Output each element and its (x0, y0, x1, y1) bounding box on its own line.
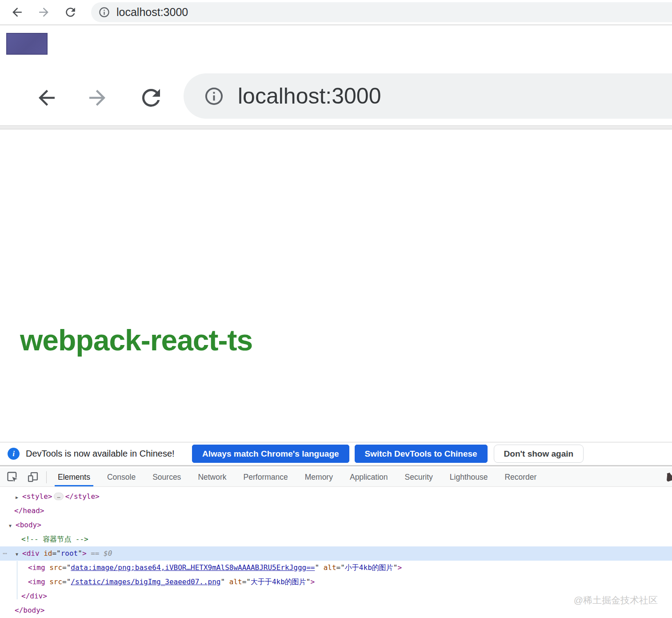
code-token: <img (28, 578, 45, 586)
inspect-element-icon[interactable] (5, 470, 20, 484)
tab-application[interactable]: Application (341, 468, 396, 486)
code-token: == (87, 549, 104, 558)
url-text: localhost:3000 (116, 6, 188, 19)
code-token (45, 563, 50, 572)
expand-toggle-icon[interactable]: ▼ (16, 547, 22, 562)
dom-tree-row[interactable]: <!-- 容器节点 --> (0, 532, 672, 546)
browser-window: localhost:3000 localhost:3000 webpack-re (0, 0, 672, 618)
tab-memory[interactable]: Memory (296, 468, 341, 486)
code-token: alt (324, 563, 336, 572)
dom-tree-row[interactable]: </head> (0, 504, 672, 518)
tab-elements[interactable]: Elements (49, 468, 99, 486)
tab-sources[interactable]: Sources (144, 468, 189, 486)
code-token: </style> (65, 492, 100, 501)
code-token: <body> (16, 521, 41, 529)
devtools-infobar: i DevTools is now available in Chinese! … (0, 442, 672, 466)
code-token (45, 578, 50, 586)
code-token: > (397, 563, 402, 572)
infobar-message: DevTools is now available in Chinese! (26, 449, 187, 459)
screenshot-toolbar: localhost:3000 (0, 70, 672, 129)
arrow-forward-icon (37, 5, 51, 19)
arrow-back-icon (10, 5, 24, 19)
back-button[interactable] (9, 4, 25, 20)
screenshot-back-icon (35, 86, 59, 112)
code-token: <img (28, 563, 45, 572)
reload-icon (64, 5, 77, 19)
code-token: " (221, 578, 229, 586)
dom-tree-row-selected[interactable]: ⋯▼<div id="root"> == $0 (0, 546, 672, 561)
code-token: root (61, 549, 78, 558)
code-token: " (315, 563, 323, 572)
tab-security[interactable]: Security (396, 468, 441, 486)
code-token: 小于4kb的图片 (345, 563, 393, 572)
screenshot-info-icon (204, 86, 224, 107)
dom-tree-row[interactable]: <img src="/static/images/bigImg_3eaeed07… (0, 575, 672, 589)
code-token: src (49, 578, 62, 586)
small-inline-image (6, 33, 48, 55)
page-heading: webpack-react-ts (20, 323, 252, 357)
resource-link[interactable]: /static/images/bigImg_3eaeed07..png (71, 578, 220, 586)
code-token: <div (22, 549, 40, 558)
tab-network[interactable]: Network (189, 468, 235, 486)
code-token: " (393, 563, 398, 572)
code-token: </body> (15, 606, 44, 614)
always-match-language-button[interactable]: Always match Chrome's language (192, 445, 349, 463)
screenshot-divider (0, 125, 672, 129)
dom-tree-row[interactable]: </div> (0, 589, 672, 603)
code-token: <!-- 容器节点 --> (21, 535, 88, 543)
screenshot-address-bar: localhost:3000 (184, 73, 672, 119)
code-token: =" (62, 563, 71, 572)
reload-button[interactable] (62, 4, 78, 20)
elements-panel: ▶<style>…</style></head>▼<body><!-- 容器节点… (0, 487, 672, 618)
code-token: =" (242, 578, 251, 586)
big-screenshot-image: localhost:3000 (0, 70, 672, 129)
code-token: > (310, 578, 315, 586)
dont-show-again-button[interactable]: Don't show again (494, 445, 584, 463)
code-token: > (82, 549, 87, 558)
dom-tree-row[interactable]: ▼<body> (0, 518, 672, 532)
info-icon (98, 6, 110, 18)
code-token: src (49, 563, 62, 572)
code-token: =" (52, 549, 60, 558)
code-token: </div> (21, 592, 47, 600)
site-info-icon[interactable] (98, 6, 110, 18)
toolbar-divider (46, 471, 47, 483)
info-badge-icon: i (8, 448, 20, 460)
expand-toggle-icon[interactable]: ▶ (16, 490, 22, 505)
screenshot-url-text: localhost:3000 (238, 83, 381, 109)
devtools-tabbar: ElementsConsoleSourcesNetworkPerformance… (0, 468, 672, 487)
tab-lighthouse[interactable]: Lighthouse (441, 468, 496, 486)
dom-tree-row[interactable]: </body> (0, 603, 672, 618)
switch-devtools-chinese-button[interactable]: Switch DevTools to Chinese (355, 445, 488, 463)
code-token (40, 549, 44, 558)
tab-recorder[interactable]: Recorder (496, 468, 545, 486)
code-token: 大于于4kb的图片 (251, 578, 306, 586)
experiment-flask-icon (662, 470, 672, 485)
code-token: </head> (14, 506, 44, 515)
code-token: … (54, 493, 63, 500)
code-token: =" (336, 563, 345, 572)
code-token: $0 (104, 549, 112, 558)
code-token: id (44, 549, 52, 558)
tab-performance[interactable]: Performance (235, 468, 296, 486)
dom-tree-row[interactable]: <img src="data:image/png;base64,iVBOR…HE… (0, 561, 672, 575)
code-token: alt (229, 578, 242, 586)
devtools-tabs: ElementsConsoleSourcesNetworkPerformance… (49, 468, 545, 486)
expand-toggle-icon[interactable]: ▼ (9, 519, 16, 533)
resource-link[interactable]: data:image/png;base64,iVBOR…HETX9mAlS8wA… (71, 563, 315, 572)
tab-console[interactable]: Console (99, 468, 144, 486)
code-token: " (78, 549, 82, 558)
more-actions-icon[interactable]: ⋯ (3, 546, 8, 561)
toggle-device-toolbar-icon[interactable] (26, 470, 40, 484)
code-token: =" (62, 578, 71, 586)
screenshot-forward-icon (85, 86, 109, 112)
code-token: <style> (22, 492, 52, 501)
watermark: @稀土掘金技术社区 (574, 594, 658, 606)
screenshot-reload-icon (138, 84, 164, 113)
address-bar[interactable]: localhost:3000 (91, 2, 672, 22)
browser-toolbar: localhost:3000 (0, 0, 672, 25)
dom-tree-row[interactable]: ▶<style>…</style> (0, 490, 672, 504)
forward-button[interactable] (36, 4, 52, 20)
